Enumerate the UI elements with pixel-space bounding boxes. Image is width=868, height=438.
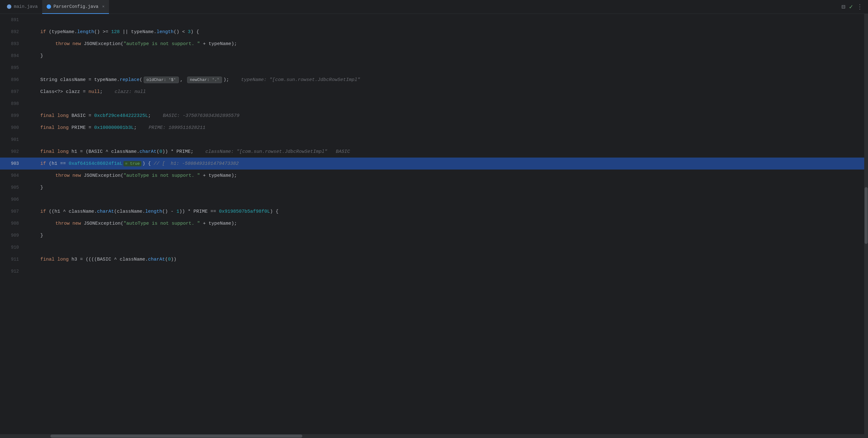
line-num-905: 905: [0, 181, 25, 194]
line-content-896: String className = typeName.replace ( ol…: [25, 74, 360, 86]
code-line-896: 896 String className = typeName.replace …: [0, 74, 868, 86]
java-modified-icon: [46, 4, 51, 9]
code-line-910: 910: [0, 241, 868, 253]
line-num-895: 895: [0, 62, 25, 74]
line-content-907: if ((h1 ^ className.charAt (className.le…: [25, 205, 278, 217]
code-line-906: 906: [0, 194, 868, 205]
scrollbar-thumb[interactable]: [865, 187, 868, 244]
code-line-904: 904 throw new JSONException("autoType is…: [0, 170, 868, 181]
line-num-898: 898: [0, 98, 25, 110]
line-num-891: 891: [0, 14, 25, 26]
code-line-911: 911 final long h3 = ((((BASIC ^ classNam…: [0, 253, 868, 265]
code-line-898: 898: [0, 98, 868, 110]
tab-parser-config[interactable]: ParserConfig.java ✕: [42, 0, 109, 14]
code-line-908: 908 throw new JSONException("autoType is…: [0, 217, 868, 229]
code-line-907: 907 if ((h1 ^ className.charAt (classNam…: [0, 205, 868, 217]
code-line-894: 894 }: [0, 50, 868, 62]
tab-main-java[interactable]: main.java: [2, 0, 42, 14]
code-line-893: 893 throw new JSONException("autoType is…: [0, 38, 868, 50]
code-line-892: 892 if (typeName.length() >= 128 || type…: [0, 26, 868, 38]
code-line-897: 897 Class<?> clazz = null ; clazz: null: [0, 86, 868, 98]
line-content-909: }: [25, 229, 43, 241]
java-file-icon: [7, 4, 11, 9]
line-num-893: 893: [0, 38, 25, 50]
line-num-901: 901: [0, 134, 25, 146]
code-line-895: 895: [0, 62, 868, 74]
line-content-911: final long h3 = ((((BASIC ^ className.ch…: [25, 253, 176, 265]
line-content-905: }: [25, 181, 43, 194]
line-num-906: 906: [0, 194, 25, 205]
line-content-903: if (h1 == 0xaf64164c86024f1aL = true ) {…: [25, 157, 239, 170]
code-line-891: 891: [0, 14, 868, 26]
line-num-896: 896: [0, 74, 25, 86]
code-line-912: 912: [0, 265, 868, 277]
vertical-scrollbar[interactable]: [864, 14, 868, 434]
line-num-900: 900: [0, 122, 25, 134]
editor-main: 891 892 if (typeName.length() >= 128 || …: [0, 14, 868, 434]
tab-close-button[interactable]: ✕: [102, 4, 104, 9]
line-content-894: }: [25, 50, 43, 62]
line-num-907: 907: [0, 205, 25, 217]
line-content-892: if (typeName.length() >= 128 || typeName…: [25, 26, 199, 38]
line-num-911: 911: [0, 253, 25, 265]
code-line-902: 902 final long h1 = (BASIC ^ className.c…: [0, 146, 868, 157]
code-area: 891 892 if (typeName.length() >= 128 || …: [0, 14, 868, 434]
code-line-903: 903 if (h1 == 0xaf64164c86024f1aL = true…: [0, 157, 868, 170]
line-num-910: 910: [0, 241, 25, 253]
line-content-893: throw new JSONException("autoType is not…: [25, 38, 237, 50]
horizontal-scrollbar-thumb[interactable]: [51, 435, 302, 438]
line-content-899: final long BASIC = 0xcbf29ce484222325L ;…: [25, 110, 239, 122]
code-line-901: 901: [0, 134, 868, 146]
line-num-903: 903: [0, 157, 25, 170]
check-icon[interactable]: ✓: [849, 3, 853, 11]
line-num-908: 908: [0, 217, 25, 229]
line-content-900: final long PRIME = 0x100000001b3L ; PRIM…: [25, 122, 205, 134]
line-num-909: 909: [0, 229, 25, 241]
tab-bar: main.java ParserConfig.java ✕ ⊟ ✓ ⋮: [0, 0, 868, 14]
line-content-897: Class<?> clazz = null ; clazz: null: [25, 86, 146, 98]
line-num-899: 899: [0, 110, 25, 122]
more-icon[interactable]: ⋮: [857, 3, 863, 11]
editor-container: main.java ParserConfig.java ✕ ⊟ ✓ ⋮ 891: [0, 0, 868, 438]
tab-bar-actions: ⊟ ✓ ⋮: [841, 3, 866, 11]
line-num-902: 902: [0, 146, 25, 157]
line-content-904: throw new JSONException("autoType is not…: [25, 170, 237, 181]
code-line-900: 900 final long PRIME = 0x100000001b3L ; …: [0, 122, 868, 134]
code-line-899: 899 final long BASIC = 0xcbf29ce48422232…: [0, 110, 868, 122]
line-content-908: throw new JSONException("autoType is not…: [25, 217, 237, 229]
code-line-909: 909 }: [0, 229, 868, 241]
line-num-897: 897: [0, 86, 25, 98]
book-icon[interactable]: ⊟: [841, 3, 845, 11]
line-content-902: final long h1 = (BASIC ^ className.charA…: [25, 146, 350, 157]
code-line-905: 905 }: [0, 181, 868, 194]
line-num-892: 892: [0, 26, 25, 38]
tab-parser-config-label: ParserConfig.java: [54, 4, 99, 9]
line-num-904: 904: [0, 170, 25, 181]
line-num-894: 894: [0, 50, 25, 62]
tab-main-java-label: main.java: [14, 4, 38, 9]
line-num-912: 912: [0, 265, 25, 277]
horizontal-scrollbar[interactable]: [0, 434, 868, 438]
